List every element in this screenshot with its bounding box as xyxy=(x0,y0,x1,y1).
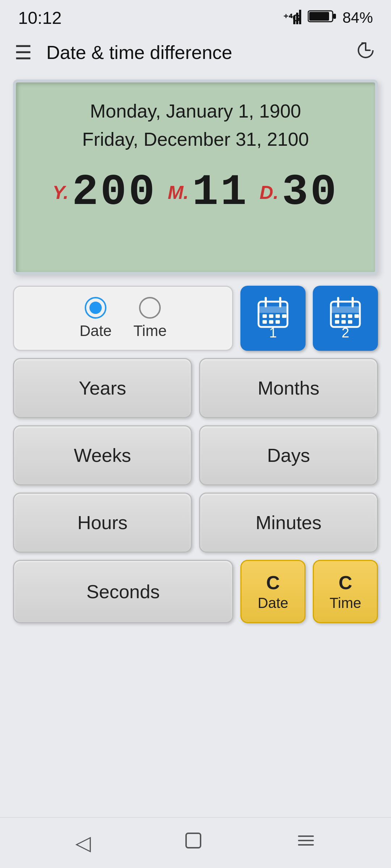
weeks-days-row: Weeks Days xyxy=(13,425,378,485)
months-button[interactable]: Months xyxy=(199,358,378,418)
svg-rect-3 xyxy=(299,10,301,24)
signal-icon: ⁺⁴G xyxy=(283,8,302,27)
years-months-row: Years Months xyxy=(13,358,378,418)
page-title: Date & time difference xyxy=(46,42,355,63)
svg-rect-12 xyxy=(269,314,273,318)
calendar1-button[interactable]: 1 xyxy=(240,286,306,351)
status-time: 10:12 xyxy=(18,8,62,28)
year-value: 200 xyxy=(72,168,157,217)
date-radio-label: Date xyxy=(80,322,112,340)
date2-display: Friday, December 31, 2100 xyxy=(34,125,357,153)
svg-rect-2 xyxy=(296,13,298,24)
time-radio-label: Time xyxy=(133,322,167,340)
svg-rect-6 xyxy=(333,14,336,19)
date1-display: Monday, January 1, 1900 xyxy=(34,97,357,125)
display-dates: Monday, January 1, 1900 Friday, December… xyxy=(34,97,357,153)
date-time-selector[interactable]: Date Time xyxy=(13,286,233,351)
menu-icon[interactable]: ☰ xyxy=(14,43,32,62)
svg-rect-22 xyxy=(335,314,339,318)
back-button[interactable]: ◁ xyxy=(75,831,91,855)
years-button[interactable]: Years xyxy=(13,358,192,418)
svg-rect-16 xyxy=(269,320,273,324)
date-radio-circle[interactable] xyxy=(85,297,106,319)
clear-time-c: C xyxy=(339,572,352,593)
navigation-bar: ◁ xyxy=(0,817,391,868)
svg-rect-1 xyxy=(293,16,295,24)
clear-date-button[interactable]: C Date xyxy=(240,560,306,623)
svg-rect-8 xyxy=(258,306,287,313)
hours-minutes-row: Hours Minutes xyxy=(13,493,378,553)
calendar1-number: 1 xyxy=(269,325,277,341)
calendar2-button[interactable]: 2 xyxy=(313,286,378,351)
svg-rect-23 xyxy=(341,314,346,318)
svg-rect-27 xyxy=(341,320,346,324)
time-radio-circle[interactable] xyxy=(139,297,161,319)
history-icon[interactable] xyxy=(355,39,377,65)
top-row: Date Time 1 xyxy=(13,286,378,351)
status-bar: 10:12 ⁺⁴G 84% xyxy=(0,0,391,33)
day-label: D. xyxy=(260,182,278,203)
minutes-button[interactable]: Minutes xyxy=(199,493,378,553)
battery-icon xyxy=(308,9,337,27)
clear-date-label: Date xyxy=(258,595,289,611)
buttons-area: Date Time 1 xyxy=(13,286,378,623)
svg-rect-15 xyxy=(262,320,267,324)
svg-rect-17 xyxy=(276,320,280,324)
time-radio-option[interactable]: Time xyxy=(133,297,167,340)
calendar2-number: 2 xyxy=(341,325,349,341)
svg-rect-29 xyxy=(186,833,201,848)
hours-button[interactable]: Hours xyxy=(13,493,192,553)
clear-time-label: Time xyxy=(329,595,361,611)
weeks-button[interactable]: Weeks xyxy=(13,425,192,485)
year-label: Y. xyxy=(52,182,68,203)
svg-rect-25 xyxy=(354,314,359,318)
display-result: Y. 200 M. 11 D. 30 xyxy=(34,168,357,217)
bottom-row: Seconds C Date C Time xyxy=(13,560,378,623)
svg-rect-14 xyxy=(282,314,286,318)
recents-button[interactable] xyxy=(296,830,316,855)
day-value: 30 xyxy=(282,168,339,217)
month-value: 11 xyxy=(192,168,249,217)
days-button[interactable]: Days xyxy=(199,425,378,485)
home-button[interactable] xyxy=(183,830,203,855)
month-label: M. xyxy=(168,182,189,203)
header: ☰ Date & time difference xyxy=(0,33,391,72)
svg-rect-5 xyxy=(309,12,329,21)
svg-rect-11 xyxy=(262,314,267,318)
clear-time-button[interactable]: C Time xyxy=(313,560,378,623)
svg-rect-13 xyxy=(276,314,280,318)
status-icons: ⁺⁴G 84% xyxy=(283,8,373,27)
svg-rect-24 xyxy=(348,314,352,318)
battery-percent: 84% xyxy=(342,9,373,26)
svg-rect-19 xyxy=(331,306,360,313)
display-screen: Monday, January 1, 1900 Friday, December… xyxy=(13,80,378,275)
svg-rect-28 xyxy=(348,320,352,324)
svg-rect-26 xyxy=(335,320,339,324)
date-radio-option[interactable]: Date xyxy=(80,297,112,340)
seconds-button[interactable]: Seconds xyxy=(13,560,233,623)
clear-date-c: C xyxy=(266,572,280,593)
